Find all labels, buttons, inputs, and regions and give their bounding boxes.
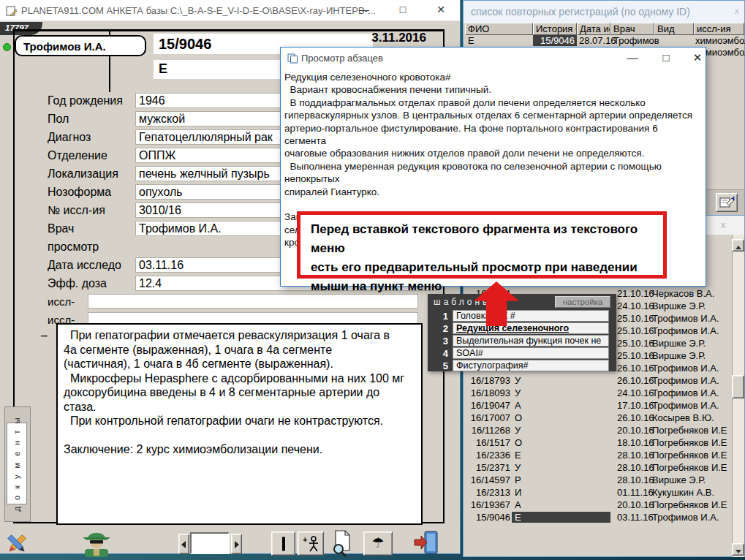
cell-doctor: Трофимов И.А. <box>652 325 730 336</box>
report-dash: – <box>41 329 48 342</box>
close-button[interactable]: ✕ <box>428 0 453 19</box>
up-arrow-icon <box>735 246 741 249</box>
list-item[interactable]: 16/19367 А 20.10.16 Погребняков И.Е <box>464 499 731 512</box>
cell-date: 28.10.16 <box>617 474 654 485</box>
menu-item-number: 2 <box>428 323 448 334</box>
cursor-bar-button[interactable] <box>271 531 295 556</box>
cell-doctor: Погребняков И.Е <box>652 437 730 448</box>
settings-button[interactable]: настройка <box>555 296 610 308</box>
record-date: 3.11.2016 <box>307 31 426 45</box>
cell-date: 01.11.16 <box>617 487 654 498</box>
list-item[interactable]: 16/14597 Р 28.10.16 Виршке Э.Р. <box>464 474 731 487</box>
field-label: Пол <box>48 113 69 126</box>
field-label: иссл- <box>48 295 75 308</box>
list-item[interactable]: 16/1517 О 18.10.16 Погребняков И.Е <box>464 437 731 450</box>
templates-items: 1 Головка ПЖ # 2 Редукция селезеночного … <box>428 310 616 372</box>
cell-date: 26.10.16 <box>617 363 654 374</box>
scroll-up-button[interactable] <box>732 239 744 251</box>
paragraphs-icon <box>287 53 298 64</box>
edit-pencils-icon[interactable] <box>4 532 29 556</box>
umbrella-button[interactable]: ☂ <box>363 531 393 556</box>
cell-doctor: Трофимов И.А. <box>652 375 730 386</box>
list-item[interactable]: 15/9046 Е 03.11.16 Трофимов И.А. <box>464 512 731 524</box>
column-header[interactable]: ФИО <box>465 23 533 35</box>
cell-letter: А <box>512 400 610 411</box>
cell-issl: химиоэмбол <box>695 35 745 46</box>
detective-icon[interactable] <box>81 529 112 557</box>
cell-fio: Е <box>468 35 474 46</box>
cell-date: 25.10.16 <box>617 313 654 324</box>
list-item[interactable]: 16/18793 У 26.10.16 Трофимов И.А. <box>464 375 731 387</box>
column-header[interactable]: Вид <box>654 23 694 35</box>
record-next-button[interactable] <box>231 534 242 554</box>
exit-door-icon[interactable] <box>413 530 439 555</box>
close-button[interactable]: ✕ <box>685 49 710 67</box>
menu-item[interactable]: 3 Выделительная функция почек не <box>428 335 616 347</box>
right-arrow-icon <box>235 541 239 548</box>
studies-close-button[interactable]: x <box>721 219 726 230</box>
menu-item-label: Редукция селезеночного <box>453 322 609 334</box>
cell-doctor: Трофимов И.А. <box>652 387 730 398</box>
list-item[interactable]: 16/2313 И 01.11.16 Кукушкин А.В. <box>464 487 731 499</box>
cell-letter: О <box>512 437 610 448</box>
field-label: Эфф. доза <box>48 277 107 290</box>
field-label: Локализация <box>48 167 118 181</box>
cell-doctor: Виршке Э.Р. <box>652 300 730 311</box>
list-item[interactable]: 16/17007 О 26.10.16 Косырев В.Ю. <box>464 412 731 425</box>
table-row[interactable]: Е 15/9046 28.07.16 Трофимов химиоэмбол <box>464 35 744 47</box>
registrations-close-button[interactable]: x <box>735 5 740 16</box>
cell-date: 20.10.16 <box>617 425 654 436</box>
cell-date: 20.10.16 <box>617 499 654 510</box>
minimize-button[interactable]: — <box>352 0 377 19</box>
record-number-box[interactable] <box>190 532 230 554</box>
menu-item[interactable]: 1 Головка ПЖ # <box>428 310 616 322</box>
menu-item-number: 4 <box>428 348 448 359</box>
cell-date: 26.10.16 <box>617 412 654 423</box>
cell-study-number: 15/2371 <box>465 462 510 473</box>
cell-letter: У <box>512 375 610 386</box>
scroll-down-button[interactable] <box>732 543 744 556</box>
menu-item[interactable]: 4 SOAI# <box>428 347 616 360</box>
preview-titlebar: Просмотр абзацев — □ ✕ <box>281 48 706 68</box>
field-label: Нозоформа <box>48 186 111 199</box>
column-header[interactable]: История б <box>533 23 577 35</box>
cell-letter: О <box>512 412 610 423</box>
edit-note-button[interactable] <box>716 193 738 212</box>
cell-letter: А <box>512 499 610 510</box>
umbrella-icon: ☂ <box>364 532 392 553</box>
cell-letter: У <box>512 462 610 473</box>
list-item[interactable]: 16/2336 Е 28.10.16 Погребняков И.Е <box>464 450 731 462</box>
documents-tab[interactable]: д о к у м е н т ы <box>7 423 27 504</box>
patient-name-button[interactable]: Трофимов И.А. <box>15 35 146 56</box>
menu-item[interactable]: 2 Редукция селезеночного <box>428 322 616 335</box>
list-item[interactable]: 16/11268 У 20.10.16 Погребняков И.Е <box>464 425 731 437</box>
maximize-button[interactable]: □ <box>390 0 415 19</box>
bar-icon <box>282 537 285 550</box>
add-person-button[interactable]: + <box>298 531 324 556</box>
field-label: № иссл-ия <box>48 204 105 217</box>
cell-date: 28.10.16 <box>617 462 654 473</box>
menu-item-number: 3 <box>428 336 448 347</box>
cell-doctor: Косырев В.Ю. <box>652 412 730 423</box>
list-item[interactable]: 15/2371 У 28.10.16 Погребняков И.Е <box>464 462 731 474</box>
menu-item-number: 1 <box>428 311 448 322</box>
menu-item-label: Выделительная функция почек не <box>453 335 609 347</box>
column-header[interactable]: Дата ис <box>577 23 610 35</box>
maximize-button[interactable]: □ <box>654 49 678 67</box>
minimize-button[interactable]: — <box>620 49 645 67</box>
cell-doctor: Трофимов И.А. <box>652 363 730 374</box>
record-prev-button[interactable] <box>178 534 189 554</box>
field-input[interactable] <box>88 294 418 309</box>
field-label: Дата исследо <box>48 259 121 272</box>
scrollbar-thumb[interactable] <box>732 375 744 398</box>
doc-search-icon[interactable] <box>330 529 354 557</box>
column-header[interactable]: Врач <box>610 23 654 35</box>
list-item[interactable]: 16/19047 А 17.10.16 Трофимов И.А. <box>464 400 731 412</box>
menu-item[interactable]: 5 Фистулография# <box>428 360 616 372</box>
report-textarea[interactable]: При гепатографии отмечается реваскуляриз… <box>56 323 423 525</box>
registrations-header: ФИО История б Дата ис Врач Вид иссл-ия <box>464 23 744 35</box>
list-item[interactable]: 16/18093 У 24.10.16 Трофимов И.А. <box>464 387 731 400</box>
status-dot <box>3 43 11 51</box>
column-header[interactable]: иссл-ия <box>694 23 744 35</box>
preview-title: Просмотр абзацев <box>301 53 383 64</box>
